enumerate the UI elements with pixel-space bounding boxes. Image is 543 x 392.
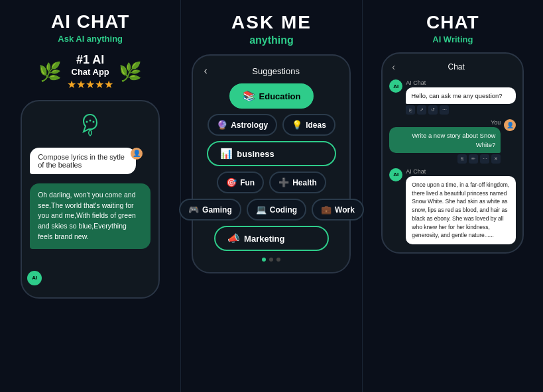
fun-icon: 🎯 <box>226 177 237 187</box>
panel-ask-me: ASK ME anything ‹ Suggestions 📚 Educatio… <box>181 0 361 392</box>
panel1-title: AI CHAT <box>51 12 129 32</box>
education-icon: 📚 <box>243 90 255 102</box>
svg-point-1 <box>90 119 91 121</box>
coding-label: Coding <box>270 205 297 215</box>
ai-response-row: AI AI Chat Once upon a time, in a far-of… <box>389 168 516 244</box>
panel2-subtitle: anything <box>249 34 294 46</box>
user-message-row: You Write a new story about Snow White? … <box>389 119 516 164</box>
ai-icon-1: AI <box>389 79 402 93</box>
marketing-icon: 📣 <box>227 232 240 244</box>
topbar-title-3: Chat <box>399 62 513 72</box>
more-icon[interactable]: ⋯ <box>440 105 449 115</box>
badge-rank: #1 AI <box>67 53 113 67</box>
panel2-title: ASK ME <box>231 12 312 33</box>
suggestion-btn-fun[interactable]: 🎯 Fun <box>217 172 264 193</box>
ai-response-content: AI Chat Once upon a time, in a far-off k… <box>406 168 516 244</box>
badge-stars: ★★★★★ <box>67 78 113 91</box>
business-icon: 📊 <box>220 148 233 160</box>
badge-text: #1 AI Chat App ★★★★★ <box>67 53 113 91</box>
marketing-label: Marketing <box>244 234 284 244</box>
gaming-label: Gaming <box>202 205 232 215</box>
suggestion-btn-ideas[interactable]: 💡 Ideas <box>282 114 335 136</box>
suggestion-btn-health[interactable]: ➕ Health <box>269 172 326 193</box>
suggestion-btn-work[interactable]: 💼 Work <box>312 199 364 220</box>
topbar-title-2: Suggestions <box>213 66 339 76</box>
back-arrow-2[interactable]: ‹ <box>204 65 207 77</box>
suggestion-btn-coding[interactable]: 💻 Coding <box>247 199 306 220</box>
dot-2 <box>269 258 273 262</box>
share-icon[interactable]: ↗ <box>417 105 426 115</box>
panel3-subtitle: AI Writing <box>432 34 473 44</box>
user-message-content: You Write a new story about Snow White? … <box>389 119 501 164</box>
user-actions: ⎘ ✏ ⋯ ✕ <box>389 154 501 164</box>
user-edit-icon[interactable]: ✏ <box>469 154 478 164</box>
user-icon-3: 👤 <box>504 119 516 131</box>
ai-logo <box>77 112 103 138</box>
suggestion-btn-gaming[interactable]: 🎮 Gaming <box>179 199 241 220</box>
ai-greeting-bubble: Hello, can ask me any question? <box>406 87 516 104</box>
user-sender-label: You <box>389 119 501 126</box>
pagination-dots <box>262 258 280 262</box>
ai-response: Oh darling, won't you come and see,The w… <box>38 191 136 240</box>
ai-icon-2: AI <box>389 168 402 181</box>
panel1-subtitle: Ask AI anything <box>58 34 123 44</box>
svg-point-2 <box>93 121 95 122</box>
panel-chat-writing: CHAT AI Writing ‹ Chat AI AI Chat Hello,… <box>363 0 543 392</box>
user-more-icon[interactable]: ⋯ <box>480 154 489 164</box>
ai-greeting-content: AI Chat Hello, can ask me any question? … <box>406 79 516 115</box>
panel-ai-chat: AI CHAT Ask AI anything 🌿 #1 AI Chat App… <box>0 0 180 392</box>
health-icon: ➕ <box>278 177 289 187</box>
refresh-icon[interactable]: ↺ <box>428 105 438 115</box>
suggestion-btn-business[interactable]: 📊 business <box>207 141 335 166</box>
chat-topbar-3: ‹ Chat <box>389 62 516 72</box>
ideas-label: Ideas <box>306 121 326 130</box>
dot-3 <box>276 258 280 262</box>
ai-response-sender: AI Chat <box>406 168 516 175</box>
user-chat-bubble: Compose lyrics in the sytle of the beatl… <box>30 148 136 174</box>
ai-response-bubble: Once upon a time, in a far-off kingdom, … <box>406 176 516 244</box>
coding-icon: 💻 <box>256 205 267 215</box>
astrology-label: Astrology <box>231 121 268 130</box>
laurel-right: 🌿 <box>119 61 142 83</box>
badge-app-label: Chat App <box>67 67 113 77</box>
ai-sender-label: AI Chat <box>406 79 516 86</box>
user-message: Compose lyrics in the sytle of the beatl… <box>38 153 125 169</box>
ai-greeting-row: AI AI Chat Hello, can ask me any questio… <box>389 79 516 115</box>
back-arrow-3[interactable]: ‹ <box>392 62 395 72</box>
badge-area: 🌿 #1 AI Chat App ★★★★★ 🌿 <box>38 53 142 91</box>
education-label: Education <box>259 91 301 101</box>
phone-mockup-2: ‹ Suggestions 📚 Education 🔮 Astrology 💡 … <box>192 54 351 273</box>
copy-icon[interactable]: ⎘ <box>406 105 415 115</box>
phone-mockup-1: Compose lyrics in the sytle of the beatl… <box>21 100 160 299</box>
laurel-left: 🌿 <box>38 61 62 83</box>
suggestion-row-3: 🎮 Gaming 💻 Coding 💼 Work <box>200 199 343 220</box>
phone-mockup-3: ‹ Chat AI AI Chat Hello, can ask me any … <box>381 52 524 254</box>
suggestion-row-2: 🎯 Fun ➕ Health <box>200 172 343 193</box>
work-icon: 💼 <box>321 205 332 215</box>
gaming-icon: 🎮 <box>188 205 199 215</box>
health-label: Health <box>292 178 317 187</box>
greeting-actions: ⎘ ↗ ↺ ⋯ <box>406 105 516 115</box>
user-message-bubble: Write a new story about Snow White? <box>389 127 501 153</box>
suggestion-btn-astrology[interactable]: 🔮 Astrology <box>208 114 277 136</box>
user-del-icon[interactable]: ✕ <box>491 154 501 164</box>
fun-label: Fun <box>240 178 255 187</box>
ideas-icon: 💡 <box>292 120 302 130</box>
business-label: business <box>237 149 274 159</box>
suggestion-btn-education[interactable]: 📚 Education <box>229 83 314 109</box>
dot-1 <box>262 258 266 262</box>
phone-topbar-2: ‹ Suggestions <box>200 65 343 77</box>
ai-badge: AI <box>27 271 42 285</box>
user-copy-icon[interactable]: ⎘ <box>457 154 467 164</box>
astrology-icon: 🔮 <box>217 120 227 130</box>
ai-chat-bubble: Oh darling, won't you come and see,The w… <box>30 183 151 249</box>
user-avatar: 👤 <box>131 148 143 160</box>
suggestion-row-1: 🔮 Astrology 💡 Ideas <box>200 114 343 136</box>
suggestion-btn-marketing[interactable]: 📣 Marketing <box>214 226 329 251</box>
work-label: Work <box>335 205 355 215</box>
panel3-title: CHAT <box>426 12 479 33</box>
svg-point-0 <box>86 121 88 122</box>
